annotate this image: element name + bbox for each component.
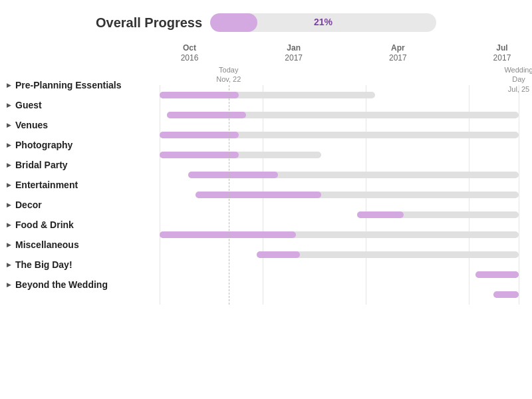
expand-icon: ▶ xyxy=(7,241,11,248)
sidebar-item[interactable]: ▶ Food & Drink xyxy=(7,215,160,235)
sidebar-item-label: Pre-Planning Essentials xyxy=(15,80,122,90)
sidebar-item-label: The Big Day! xyxy=(15,259,72,270)
gantt-row xyxy=(160,105,532,125)
main-container: Overall Progress 21% ▶ Pre-Planning Esse… xyxy=(0,0,532,399)
timeline-month: Apr2017 xyxy=(368,43,428,63)
progress-label: Overall Progress xyxy=(96,15,202,31)
bar-fill xyxy=(160,152,239,158)
expand-icon: ▶ xyxy=(7,261,11,268)
gantt-row xyxy=(160,185,532,205)
sidebar-item-label: Bridal Party xyxy=(15,160,68,170)
bar-fill xyxy=(475,271,519,278)
sidebar-item[interactable]: ▶ Entertainment xyxy=(7,175,160,195)
gantt-row xyxy=(160,145,532,165)
expand-icon: ▶ xyxy=(7,122,11,128)
gantt-row xyxy=(160,205,532,225)
progress-bar-outer: 21% xyxy=(210,13,436,32)
sidebar-item[interactable]: ▶ Decor xyxy=(7,195,160,215)
gantt-row xyxy=(160,85,532,105)
sidebar-item-label: Beyond the Wedding xyxy=(15,279,108,290)
sidebar-item[interactable]: ▶ Venues xyxy=(7,115,160,135)
sidebar-item-label: Food & Drink xyxy=(15,219,74,230)
expand-icon: ▶ xyxy=(7,201,11,208)
sidebar-item[interactable]: ▶ Guest xyxy=(7,95,160,115)
bar-fill xyxy=(357,211,404,218)
bar-fill xyxy=(196,192,321,198)
gantt-area: Oct2016Jan2017Apr2017Jul2017 TodayNov, 2… xyxy=(160,39,532,305)
bar-fill xyxy=(160,132,239,138)
sidebar-item-label: Venues xyxy=(15,120,48,130)
timeline-month: Jul2017 xyxy=(472,43,532,63)
expand-icon: ▶ xyxy=(7,82,11,88)
sidebar-item[interactable]: ▶ Miscellaneous xyxy=(7,235,160,255)
gantt-rows xyxy=(160,85,532,305)
sidebar-item-label: Miscellaneous xyxy=(15,239,79,250)
sidebar-item-label: Decor xyxy=(15,200,42,210)
today-marker: TodayNov, 22 xyxy=(216,65,241,84)
expand-icon: ▶ xyxy=(7,162,11,168)
sidebar: ▶ Pre-Planning Essentials▶ Guest▶ Venues… xyxy=(7,39,160,305)
expand-icon: ▶ xyxy=(7,182,11,188)
progress-section: Overall Progress 21% xyxy=(0,0,532,39)
expand-icon: ▶ xyxy=(7,102,11,108)
progress-bar-inner xyxy=(210,13,257,32)
markers-row: TodayNov, 22Wedding DayJul, 25 xyxy=(160,65,532,85)
expand-icon: ▶ xyxy=(7,281,11,288)
sidebar-item[interactable]: ▶ Photography xyxy=(7,135,160,155)
timeline-month: Oct2016 xyxy=(160,43,219,63)
bar-fill xyxy=(257,251,300,258)
sidebar-item[interactable]: ▶ The Big Day! xyxy=(7,255,160,275)
bar-fill xyxy=(160,92,239,98)
bar-fill xyxy=(493,291,519,298)
expand-icon: ▶ xyxy=(7,221,11,228)
sidebar-item-label: Entertainment xyxy=(15,180,78,190)
sidebar-item[interactable]: ▶ Pre-Planning Essentials xyxy=(7,75,160,95)
gantt-row xyxy=(160,245,532,265)
timeline-header: Oct2016Jan2017Apr2017Jul2017 xyxy=(160,39,532,65)
gantt-row xyxy=(160,125,532,145)
expand-icon: ▶ xyxy=(7,142,11,148)
gantt-row xyxy=(160,265,532,285)
sidebar-item[interactable]: ▶ Bridal Party xyxy=(7,155,160,175)
gantt-row xyxy=(160,285,532,305)
gantt-row xyxy=(160,165,532,185)
bar-fill xyxy=(188,172,278,178)
gantt-row xyxy=(160,225,532,245)
sidebar-item-label: Photography xyxy=(15,140,72,150)
sidebar-item-label: Guest xyxy=(15,100,42,110)
progress-percent: 21% xyxy=(314,17,332,27)
sidebar-items: ▶ Pre-Planning Essentials▶ Guest▶ Venues… xyxy=(7,75,160,295)
bar-fill xyxy=(160,231,296,238)
timeline-month: Jan2017 xyxy=(264,43,324,63)
sidebar-item[interactable]: ▶ Beyond the Wedding xyxy=(7,275,160,295)
main-area: ▶ Pre-Planning Essentials▶ Guest▶ Venues… xyxy=(0,39,532,305)
bar-fill xyxy=(167,112,246,118)
